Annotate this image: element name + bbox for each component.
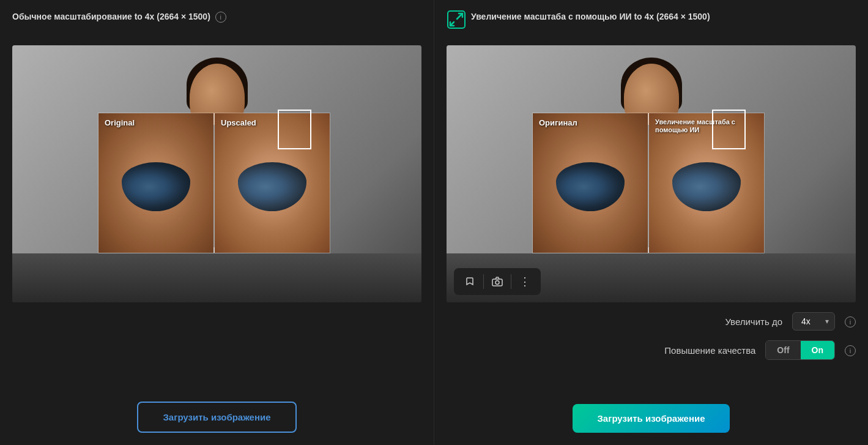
action-divider-1 [483,274,484,289]
toggle-on-button[interactable]: On [801,341,834,359]
bookmark-icon [465,277,475,286]
more-button[interactable]: ⋮ [515,272,535,291]
scale-control-row: Увеличить до 1x 2x 4x 8x ▾ i [447,312,856,331]
right-zoom-ai: Увеличение масштаба с помощью ИИ [649,113,764,253]
left-info-icon[interactable]: i [215,12,226,23]
right-controls-section: Увеличить до 1x 2x 4x 8x ▾ i Повышение к… [447,312,856,360]
right-zoom-label-original: Оригинал [539,118,577,127]
quality-control-row: Повышение качества Off On i [447,340,856,360]
left-zoom-original: Original [98,113,213,253]
scale-select-wrapper: 1x 2x 4x 8x ▾ [792,312,835,331]
scale-info-icon[interactable]: i [845,316,856,327]
left-white-rect [278,110,311,149]
more-icon: ⋮ [519,275,531,288]
left-panel-title: Обычное масштабирование to 4x (2664 × 15… [12,11,210,22]
ai-upscale-icon [447,10,466,29]
left-download-button[interactable]: Загрузить изображение [137,402,296,433]
camera-icon [492,277,503,286]
right-zoom-original: Оригинал [533,113,648,253]
right-white-rect [712,110,746,149]
right-panel-title: Увеличение масштаба с помощью ИИ to 4x (… [471,11,710,22]
left-eye-original [98,113,213,253]
left-panel-title-bar: Обычное масштабирование to 4x (2664 × 15… [12,11,421,38]
scale-select[interactable]: 1x 2x 4x 8x [792,312,835,331]
left-img-floor [12,253,421,302]
left-btn-section: Загрузить изображение [12,392,421,433]
left-image-container: Original Upscaled [12,45,421,302]
svg-rect-1 [492,279,502,286]
left-panel: Обычное масштабирование to 4x (2664 × 15… [0,0,434,445]
quality-info-icon[interactable]: i [845,345,856,356]
right-panel-title-bar: Увеличение масштаба с помощью ИИ to 4x (… [447,11,856,38]
image-action-bar: ⋮ [454,268,541,295]
quality-label: Повышение качества [664,345,755,356]
scale-label: Увеличить до [725,316,782,327]
quality-toggle-group: Off On [765,340,835,360]
action-divider-2 [511,274,511,289]
toggle-off-button[interactable]: Off [766,341,800,359]
bookmark-button[interactable] [460,272,480,291]
left-zoom-upscaled: Upscaled [215,113,330,253]
main-container: Обычное масштабирование to 4x (2664 × 15… [0,0,868,445]
camera-button[interactable] [488,272,507,291]
svg-point-2 [495,281,499,285]
right-image-container: Оригинал Увеличение масштаба с помощью И… [447,45,856,302]
right-image-bg: Оригинал Увеличение масштаба с помощью И… [447,45,856,302]
left-zoom-label-upscaled: Upscaled [221,118,256,127]
right-download-button[interactable]: Загрузить изображение [573,404,729,433]
right-eye-original [533,113,648,253]
left-image-bg: Original Upscaled [12,45,421,302]
right-panel: Увеличение масштаба с помощью ИИ to 4x (… [434,0,868,445]
right-zoom-label-ai: Увеличение масштаба с помощью ИИ [655,118,764,134]
left-zoom-label-original: Original [105,118,135,127]
right-btn-section: Загрузить изображение [447,394,856,433]
left-eye-upscaled [215,113,330,253]
